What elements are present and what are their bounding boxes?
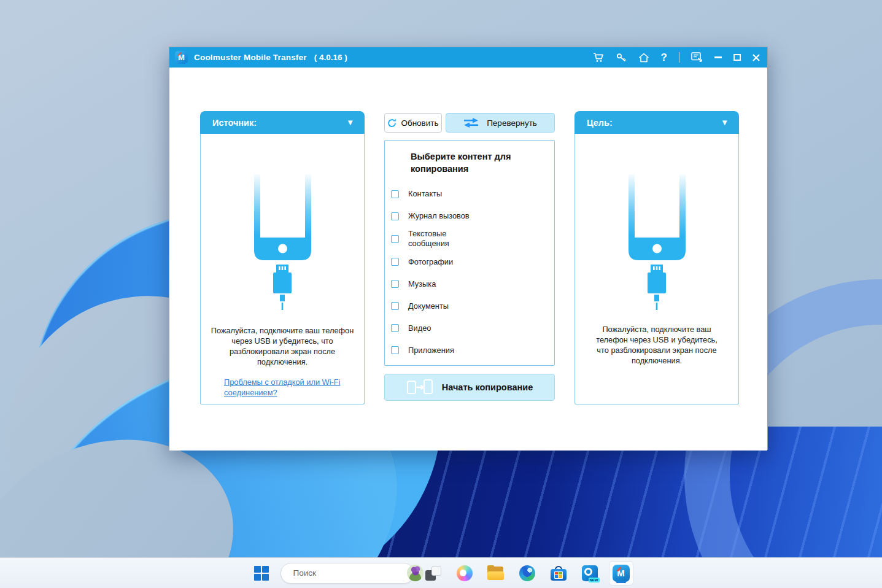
checkbox-row-music[interactable]: Музыка [385, 275, 554, 293]
checkbox-row-apps[interactable]: Приложения [385, 341, 554, 360]
target-panel-title: Цель: [587, 118, 613, 128]
checkbox[interactable] [391, 280, 399, 288]
chevron-down-icon: ▼ [721, 118, 729, 127]
checkbox-row-text-messages[interactable]: Текстовые сообщения [385, 229, 554, 249]
checkbox-row-documents[interactable]: Документы [385, 297, 554, 315]
app-logo-icon: M [175, 51, 188, 64]
checkbox-row-video[interactable]: Видео [385, 319, 554, 338]
desktop: M Coolmuster Mobile Transfer ( 4.0.16 ) [0, 0, 882, 588]
coolmuster-app-icon: M [613, 565, 630, 582]
source-panel-title: Источник: [212, 118, 257, 128]
center-buttons: Обновить Перевернуть [384, 113, 555, 133]
target-panel: Цель: ▼ [574, 111, 739, 404]
coolmuster-taskbar-button[interactable]: M [609, 561, 633, 586]
refresh-button[interactable]: Обновить [384, 113, 442, 133]
copilot-button[interactable] [452, 561, 477, 586]
flip-button[interactable]: Перевернуть [446, 113, 555, 133]
feedback-icon[interactable] [691, 52, 703, 63]
edge-icon [519, 565, 535, 581]
microsoft-store-button[interactable] [546, 561, 571, 586]
titlebar-separator [679, 52, 679, 63]
window-title: Coolmuster Mobile Transfer [194, 53, 307, 62]
copilot-icon [457, 565, 473, 581]
checkbox[interactable] [391, 346, 399, 354]
taskbar: NEW M [0, 557, 882, 588]
usb-cable-icon [271, 265, 293, 310]
file-explorer-icon [487, 567, 504, 580]
checkbox[interactable] [391, 235, 399, 243]
source-connect-message: Пожалуйста, подключите ваш телефон через… [205, 325, 360, 368]
titlebar[interactable]: M Coolmuster Mobile Transfer ( 4.0.16 ) [169, 47, 767, 68]
register-key-icon[interactable] [616, 53, 627, 63]
window-body: Источник: ▼ [169, 68, 767, 451]
task-view-button[interactable] [421, 561, 446, 586]
phone-usb-illustration [254, 174, 311, 310]
checkbox[interactable] [391, 190, 399, 198]
content-selection-box: Выберите контент для копирования Контакт… [384, 140, 555, 366]
troubleshoot-link[interactable]: Проблемы с отладкой или Wi-Fi соединение… [224, 377, 346, 399]
coolmuster-window: M Coolmuster Mobile Transfer ( 4.0.16 ) [169, 47, 768, 450]
source-panel: Источник: ▼ [200, 111, 365, 404]
checkbox[interactable] [391, 212, 399, 220]
file-explorer-button[interactable] [484, 561, 508, 586]
usb-cable-icon [646, 265, 668, 310]
maximize-button[interactable] [733, 54, 741, 61]
close-button[interactable] [752, 54, 760, 61]
active-app-indicator [616, 581, 626, 583]
phone-icon [254, 174, 311, 260]
minimize-button[interactable] [714, 56, 722, 58]
target-connect-message: Пожалуйста, подключите ваш телефон через… [592, 324, 722, 366]
phone-icon [629, 174, 686, 260]
checkbox-row-photos[interactable]: Фотографии [385, 253, 554, 271]
checkbox-row-call-log[interactable]: Журнал вызовов [385, 207, 554, 225]
content-selection-title: Выберите контент для копирования [411, 150, 543, 175]
target-panel-body: Пожалуйста, подключите ваш телефон через… [574, 134, 739, 404]
outlook-icon: NEW [582, 565, 598, 581]
outlook-button[interactable]: NEW [578, 561, 602, 586]
help-icon[interactable]: ? [661, 52, 667, 63]
search-input[interactable] [293, 568, 402, 578]
checkbox[interactable] [391, 324, 399, 332]
chevron-down-icon: ▼ [346, 118, 354, 127]
refresh-icon [387, 118, 397, 128]
phone-usb-illustration [629, 174, 686, 310]
checkbox[interactable] [391, 258, 399, 266]
search-box[interactable] [280, 563, 414, 584]
target-device-selector[interactable]: Цель: ▼ [574, 111, 739, 134]
windows-logo-icon [254, 566, 269, 581]
cart-icon[interactable] [593, 52, 605, 63]
task-view-icon [425, 566, 441, 581]
source-panel-body: Пожалуйста, подключите ваш телефон через… [200, 134, 365, 404]
source-device-selector[interactable]: Источник: ▼ [200, 111, 365, 134]
window-version: ( 4.0.16 ) [314, 53, 347, 62]
phone-transfer-icon [406, 379, 433, 396]
edge-button[interactable] [515, 561, 540, 586]
start-copy-button[interactable]: Начать копирование [384, 374, 555, 401]
checkbox[interactable] [391, 302, 399, 310]
checkbox-row-contacts[interactable]: Контакты [385, 185, 554, 203]
start-button[interactable] [249, 561, 274, 586]
outlook-new-badge: NEW [589, 578, 600, 582]
microsoft-store-icon [551, 566, 567, 581]
swap-arrows-icon [463, 118, 479, 128]
home-icon[interactable] [638, 53, 649, 63]
